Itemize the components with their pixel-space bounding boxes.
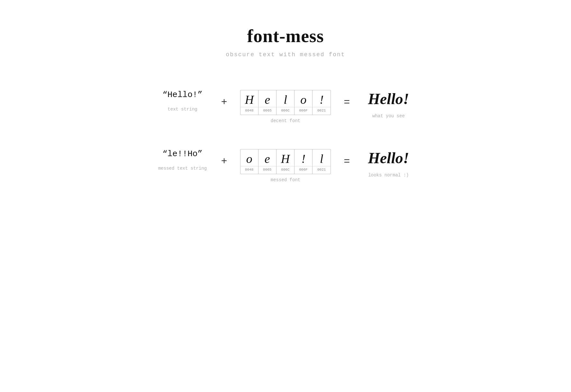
font-char: e bbox=[260, 90, 275, 107]
result-label: looks normal :) bbox=[368, 173, 409, 178]
font-code: 006F bbox=[295, 107, 312, 115]
demo-row-row-normal: “Hello!”text string+H0048e0065l006Co006F… bbox=[109, 90, 462, 123]
font-char: l bbox=[279, 90, 292, 107]
text-string-col: “le!!Ho”messed text string bbox=[157, 149, 208, 171]
equals-operator: = bbox=[331, 96, 363, 108]
font-char: H bbox=[276, 149, 294, 166]
result-col: Hello!looks normal :) bbox=[363, 149, 414, 178]
font-char: e bbox=[260, 149, 275, 166]
text-string: “le!!Ho” bbox=[162, 149, 203, 159]
font-cell-1: e0065 bbox=[258, 90, 276, 115]
font-char: ! bbox=[297, 149, 310, 166]
text-string: “Hello!” bbox=[162, 90, 203, 100]
demo-section: “Hello!”text string+H0048e0065l006Co006F… bbox=[109, 90, 462, 183]
font-cell-4: l0021 bbox=[313, 149, 331, 174]
font-cell-3: !006F bbox=[295, 149, 313, 174]
text-string-col: “Hello!”text string bbox=[157, 90, 208, 112]
text-string-label: text string bbox=[168, 107, 197, 112]
font-cell-2: l006C bbox=[276, 90, 295, 115]
font-code: 006C bbox=[276, 166, 294, 174]
font-cell-4: !0021 bbox=[313, 90, 331, 115]
font-code: 0065 bbox=[258, 107, 276, 115]
font-cell-3: o006F bbox=[295, 90, 313, 115]
font-col: H0048e0065l006Co006F!0021decent font bbox=[240, 90, 331, 123]
font-code: 006F bbox=[295, 166, 312, 174]
font-cell-2: H006C bbox=[276, 149, 295, 174]
font-table: H0048e0065l006Co006F!0021 bbox=[240, 90, 331, 115]
font-label: decent font bbox=[271, 118, 300, 123]
result-text: Hello! bbox=[368, 149, 409, 167]
font-label: messed font bbox=[271, 177, 300, 183]
font-code: 0048 bbox=[240, 107, 258, 115]
font-char: o bbox=[242, 149, 257, 166]
result-text: Hello! bbox=[368, 90, 409, 108]
result-label: what you see bbox=[372, 113, 405, 119]
demo-row-row-messed: “le!!Ho”messed text string+o0048e0065H00… bbox=[109, 149, 462, 183]
text-string-label: messed text string bbox=[158, 166, 207, 171]
font-char: l bbox=[315, 149, 328, 166]
font-char: o bbox=[296, 90, 311, 107]
font-char: ! bbox=[315, 90, 328, 107]
font-table: o0048e0065H006C!006Fl0021 bbox=[240, 149, 331, 174]
font-col: o0048e0065H006C!006Fl0021messed font bbox=[240, 149, 331, 183]
plus-operator: + bbox=[208, 96, 240, 108]
plus-operator: + bbox=[208, 156, 240, 167]
page-subtitle: obscure text with messed font bbox=[226, 51, 345, 58]
font-cell-0: H0048 bbox=[240, 90, 258, 115]
font-char: H bbox=[240, 90, 258, 107]
font-cell-0: o0048 bbox=[240, 149, 258, 174]
font-code: 0021 bbox=[313, 107, 331, 115]
font-code: 006C bbox=[276, 107, 294, 115]
font-cell-1: e0065 bbox=[258, 149, 276, 174]
equals-operator: = bbox=[331, 156, 363, 167]
font-code: 0065 bbox=[258, 166, 276, 174]
font-code: 0021 bbox=[313, 166, 331, 174]
font-code: 0048 bbox=[240, 166, 258, 174]
page-title: font-mess bbox=[247, 26, 324, 46]
result-col: Hello!what you see bbox=[363, 90, 414, 119]
